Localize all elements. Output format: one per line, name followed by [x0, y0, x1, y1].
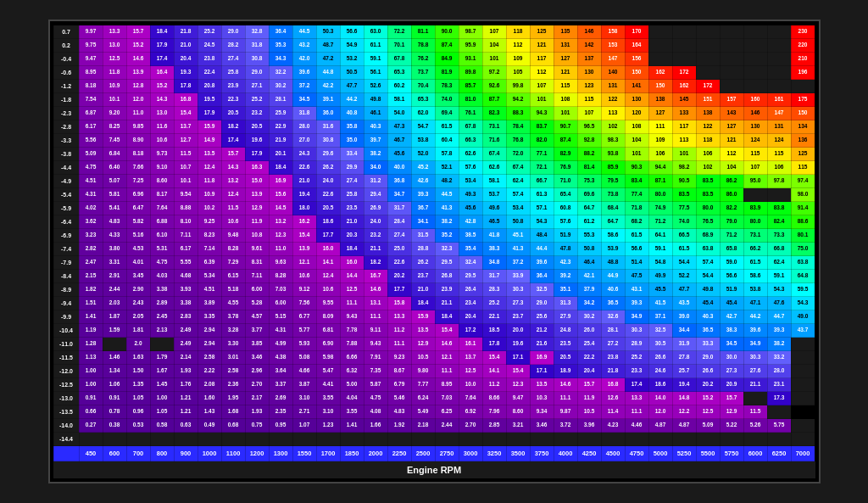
data-cell: 23.9 [435, 283, 459, 297]
data-cell: 5.56 [79, 134, 103, 148]
data-cell: 108 [625, 120, 648, 134]
data-cell: 45.6 [459, 202, 482, 215]
data-cell: 26.2 [316, 161, 340, 175]
data-cell: 21.2 [530, 324, 554, 338]
data-cell: 30.2 [577, 310, 601, 324]
data-cell: 47.2 [316, 53, 340, 66]
data-cell: 1.60 [198, 392, 221, 405]
data-cell: 25.8 [340, 188, 364, 202]
data-cell: 3.62 [79, 215, 103, 229]
data-cell: 14.6 [554, 378, 577, 392]
data-cell: 2000 [364, 446, 387, 461]
data-cell: 54.8 [648, 256, 672, 270]
data-cell [601, 433, 625, 446]
data-cell: 71.6 [482, 134, 506, 148]
data-cell: 8.95 [435, 378, 459, 392]
data-cell: 2250 [387, 446, 411, 461]
data-cell: 31.9 [672, 338, 696, 351]
data-cell: 7.88 [340, 338, 364, 351]
data-cell: 147 [767, 107, 791, 120]
data-cell: 1000 [198, 446, 221, 461]
data-cell: 20.5 [316, 202, 340, 215]
data-cell: 15.6 [269, 188, 292, 202]
data-cell: 47.6 [767, 297, 791, 310]
data-cell [174, 433, 198, 446]
data-cell: 6.32 [340, 365, 364, 378]
data-cell: 7.91 [364, 351, 387, 365]
data-cell: 2.47 [79, 256, 103, 270]
data-cell: 5.55 [174, 256, 198, 270]
data-cell: 131 [554, 39, 577, 53]
row-label: -1.2 [53, 80, 79, 93]
data-cell: 34.7 [387, 188, 411, 202]
data-cell: 106 [648, 148, 672, 161]
data-cell: 16.9 [269, 175, 292, 188]
data-cell: 4750 [625, 446, 648, 461]
data-cell: 9.25 [198, 215, 221, 229]
data-cell: 13.1 [364, 297, 387, 310]
data-cell: 67.4 [506, 161, 530, 175]
data-cell: 67.8 [387, 53, 411, 66]
table-row: -6.93.234.335.166.107.118.239.4810.812.3… [53, 229, 815, 243]
data-cell: 31.6 [316, 120, 340, 134]
data-cell: 162 [672, 80, 696, 93]
data-cell: 2.35 [269, 405, 292, 419]
row-label: -11.5 [53, 351, 79, 365]
data-cell: 23.7 [506, 310, 530, 324]
data-cell: 34.3 [269, 53, 292, 66]
data-cell [743, 66, 767, 80]
data-cell: 7.66 [126, 161, 150, 175]
data-cell: 86.2 [720, 175, 743, 188]
row-label: -13.5 [53, 405, 79, 419]
data-cell: 6.92 [459, 405, 482, 419]
data-cell: 25.2 [245, 93, 269, 107]
data-cell: 91.4 [791, 202, 815, 215]
data-cell: 40.3 [696, 310, 720, 324]
data-cell: 11.1 [625, 405, 648, 419]
data-cell: 45.4 [696, 297, 720, 310]
data-cell: 5.00 [340, 378, 364, 392]
data-cell: 28.4 [387, 215, 411, 229]
data-cell: 3.28 [221, 324, 245, 338]
data-cell: 2750 [435, 446, 459, 461]
data-cell [767, 80, 791, 93]
data-cell: 1.93 [174, 365, 198, 378]
data-cell: 6.84 [103, 148, 126, 161]
data-cell: 5.82 [126, 215, 150, 229]
data-cell: 6250 [767, 446, 791, 461]
data-cell: 17.3 [767, 392, 791, 405]
data-cell: 11.2 [387, 324, 411, 338]
data-cell: 30.8 [316, 134, 340, 148]
data-cell [791, 419, 815, 433]
data-cell: 21.6 [530, 338, 554, 351]
data-cell: 1700 [316, 446, 340, 461]
table-row: -5.44.315.816.968.179.5410.912.413.915.6… [53, 188, 815, 202]
data-cell: 6.40 [103, 161, 126, 175]
data-cell: 5.77 [292, 324, 316, 338]
data-cell: 5.31 [150, 243, 174, 256]
data-cell: 67.8 [459, 120, 482, 134]
data-cell: 17.9 [198, 107, 221, 120]
data-cell: 98.3 [601, 134, 625, 148]
data-cell: 76.5 [696, 215, 720, 229]
data-cell: 10.1 [103, 93, 126, 107]
data-cell: 51.9 [554, 229, 577, 243]
data-cell: 2.14 [174, 351, 198, 365]
data-cell: 1.87 [103, 310, 126, 324]
data-cell: 79.5 [601, 175, 625, 188]
data-cell: 22.6 [316, 188, 340, 202]
data-cell: 20.2 [696, 378, 720, 392]
data-cell: 86.0 [720, 188, 743, 202]
data-cell: 83.4 [625, 175, 648, 188]
data-cell: 68.9 [696, 229, 720, 243]
data-cell [459, 433, 482, 446]
data-cell: 35.1 [554, 283, 577, 297]
data-cell: 73.8 [601, 188, 625, 202]
data-cell: 8.28 [221, 243, 245, 256]
data-cell: 22.9 [269, 120, 292, 134]
data-cell: 1.76 [174, 378, 198, 392]
data-cell: 17.4 [625, 378, 648, 392]
data-cell: 107 [743, 161, 767, 175]
data-cell [767, 188, 791, 202]
data-cell: 4.41 [316, 378, 340, 392]
